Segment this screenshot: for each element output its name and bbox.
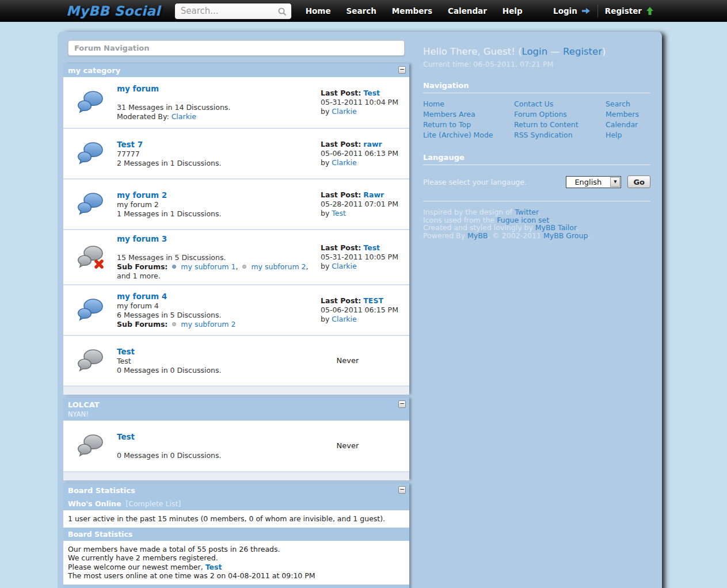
sidebar-register-link[interactable]: Register (563, 46, 602, 57)
forum-link[interactable]: my forum 3 (117, 234, 167, 243)
page-wrapper: Forum Navigation my category − my forum … (58, 32, 662, 588)
subforum-link[interactable]: my subforum 2 (251, 262, 306, 271)
forum-moderators: Moderated By: Clarkie (117, 112, 317, 121)
forum-status-icon-nonew (76, 348, 105, 373)
subforums-label: Sub Forums: (117, 262, 168, 271)
category-table-my-category: my category − my forum 31 Messages in 14… (63, 63, 409, 395)
forum-icon-cell (63, 192, 117, 217)
sidebar: Hello There, Guest! (Login — Register) C… (423, 40, 650, 588)
collapse-button[interactable]: − (398, 66, 406, 74)
forum-description (117, 244, 317, 253)
forum-link[interactable]: my forum 4 (117, 292, 167, 301)
sidebar-link-search[interactable]: Search (606, 99, 650, 109)
forum-icon-cell (63, 90, 117, 115)
language-select-value: English (566, 178, 610, 186)
whos-online-row: 1 user active in the past 15 minutes (0 … (63, 511, 409, 526)
sidebar-link-members-area[interactable]: Members Area (423, 109, 514, 120)
sidebar-link-rss-syndication[interactable]: RSS Syndication (514, 130, 606, 140)
lastpost-by-label: by (321, 209, 329, 217)
forum-footer-bar: Mark All Forums Read|Forum Team|Forum St… (63, 583, 409, 588)
site-logo[interactable]: MyBB Social (66, 3, 161, 18)
chevron-down-icon[interactable]: ▼ (610, 177, 620, 187)
credit-line-tailor: Created and styled lovingly by MyBB Tail… (423, 224, 650, 232)
category-header: my category − (63, 63, 409, 77)
menu-item-members[interactable]: Members (392, 6, 432, 16)
forum-icon-cell (63, 348, 117, 373)
whos-online-label: Who's Online (68, 499, 121, 508)
forum-link[interactable]: my forum 2 (117, 190, 167, 200)
forum-link[interactable]: Test (117, 347, 135, 356)
sidebar-link-members[interactable]: Members (606, 109, 650, 120)
login-link[interactable]: Login (553, 6, 577, 16)
forum-subforums: Sub Forums: my subforum 1, my subforum 2… (117, 262, 317, 281)
lastpost-author-link[interactable]: Clarkie (332, 107, 356, 116)
sidebar-link-return-to-top[interactable]: Return to Top (423, 120, 514, 130)
search-input[interactable] (174, 3, 292, 20)
lastpost-label: Last Post: (321, 296, 361, 305)
forum-row-my-forum-4: my forum 4 my forum 4 6 Messages in 5 Di… (63, 284, 409, 335)
lastpost-author-link[interactable]: Clarkie (332, 262, 356, 270)
lastpost-thread-link[interactable]: Rawr (363, 190, 384, 199)
forum-icon-cell (63, 433, 117, 459)
language-prompt: Please select your langauge. (423, 178, 566, 186)
subforum-link[interactable]: my subforum 1 (181, 262, 235, 271)
whos-online-subheader: Who's Online [Complete List] (63, 497, 409, 511)
lastpost-author-link[interactable]: Test (332, 209, 346, 217)
collapse-button[interactable]: − (398, 486, 406, 494)
top-navbar: MyBB Social Home Search Members Calendar… (0, 0, 727, 22)
forum-row-test-7: Test 7 77777 2 Messages in 1 Discussions… (63, 128, 409, 178)
menu-item-home[interactable]: Home (306, 6, 331, 16)
category-footer-strip (63, 471, 409, 480)
language-select[interactable]: English ▼ (566, 176, 621, 188)
mybb-link[interactable]: MyBB (467, 231, 488, 240)
lastpost-label: Last Post: (321, 140, 361, 148)
sidebar-link-help[interactable]: Help (606, 130, 650, 140)
sidebar-login-link[interactable]: Login (522, 46, 548, 57)
sidebar-link-forum-options[interactable]: Forum Options (514, 109, 606, 120)
complete-list-link[interactable]: [Complete List] (125, 499, 181, 508)
register-link[interactable]: Register (605, 6, 642, 16)
credits: Inspired by the design of Twitter. Icons… (423, 208, 650, 239)
forum-icon-cell (63, 141, 117, 166)
sidebar-link-contact-us[interactable]: Contact Us (514, 99, 606, 109)
menu-item-help[interactable]: Help (503, 6, 523, 16)
forum-link[interactable]: Test 7 (117, 140, 143, 149)
collapse-button[interactable]: − (398, 400, 406, 408)
lastpost-thread-link[interactable]: TEST (363, 296, 383, 305)
lastpost-date: 05-31-2011 10:05 PM (321, 253, 407, 262)
lastpost-date: 05-06-2011 06:13 PM (321, 149, 407, 158)
forum-description: my forum 2 (117, 200, 317, 209)
forum-lastpost: Last Post: Rawr 05-28-2011 07:01 PM by T… (321, 190, 409, 218)
board-statistics-table: Board Statistics − Who's Online [Complet… (63, 483, 409, 588)
category-subtitle: NYAN! (68, 410, 405, 418)
forum-row-my-forum-2: my forum 2 my forum 2 1 Messages in 1 Di… (63, 178, 409, 229)
guest-greeting: Hello There, Guest! (Login — Register) (423, 46, 650, 57)
lastpost-author-link[interactable]: Clarkie (332, 158, 356, 167)
breadcrumb: Forum Navigation (68, 40, 405, 56)
auth-links: Login Register (553, 5, 661, 17)
sidebar-link-home[interactable]: Home (423, 99, 514, 109)
menu-item-calendar[interactable]: Calendar (448, 6, 487, 16)
forum-link[interactable]: my forum (117, 84, 159, 93)
lastpost-author-link[interactable]: Clarkie (332, 315, 356, 323)
go-button[interactable]: Go (627, 175, 650, 188)
moderator-link[interactable]: Clarkie (172, 112, 196, 121)
newest-member-link[interactable]: Test (205, 563, 222, 571)
navbar-divider (597, 5, 598, 17)
current-time: Current time: 06-05-2011, 07:21 PM (423, 60, 650, 68)
sidebar-link-return-to-content[interactable]: Return to Content (514, 120, 606, 130)
subforum-link[interactable]: my subforum 2 (181, 320, 235, 329)
sidebar-link-calendar[interactable]: Calendar (606, 120, 650, 130)
sidebar-link-lite-mode[interactable]: Lite (Archive) Mode (423, 130, 514, 140)
board-statistics-subheader: Board Statistics (63, 526, 409, 542)
forum-link[interactable]: Test (117, 432, 135, 441)
stats-line-newest: Please welcome our newest member, Test (68, 563, 405, 572)
forum-row-test: Test Test 0 Messages in 0 Discussions. N… (63, 335, 409, 385)
search-icon[interactable] (277, 7, 287, 17)
lastpost-thread-link[interactable]: rawr (363, 140, 382, 148)
menu-item-search[interactable]: Search (347, 6, 376, 16)
subforum-bullet-icon (242, 265, 246, 269)
lastpost-thread-link[interactable]: Test (363, 89, 380, 97)
lastpost-thread-link[interactable]: Test (363, 243, 380, 252)
mybb-group-link[interactable]: MyBB Group (543, 231, 588, 240)
